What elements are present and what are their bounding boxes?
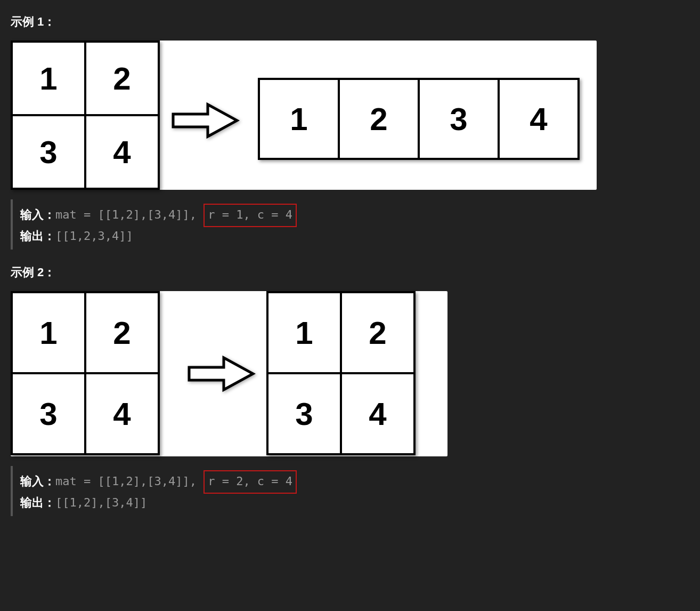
matrix-cell: 4 — [85, 373, 159, 454]
example-1-result-matrix: 1 2 3 4 — [258, 78, 580, 160]
input-highlight-box: r = 2, c = 4 — [204, 470, 297, 494]
matrix-cell: 2 — [341, 292, 414, 373]
matrix-cell: 1 — [267, 292, 341, 373]
matrix-cell: 1 — [259, 79, 339, 159]
output-label: 输出： — [20, 496, 55, 509]
example-2-output-line: 输出：[[1,2],[3,4]] — [20, 494, 689, 512]
example-1-input-line: 输入：mat = [[1,2],[3,4]], r = 1, c = 4 — [20, 204, 689, 227]
input-code: mat = [[1,2],[3,4]], — [55, 208, 204, 221]
arrow-right-icon — [170, 99, 240, 142]
matrix-cell: 3 — [419, 79, 499, 159]
input-highlight-box: r = 1, c = 4 — [204, 204, 297, 227]
example-2-input-line: 输入：mat = [[1,2],[3,4]], r = 2, c = 4 — [20, 470, 689, 494]
matrix-cell: 4 — [85, 115, 159, 189]
matrix-cell: 2 — [85, 292, 159, 373]
example-2-io: 输入：mat = [[1,2],[3,4]], r = 2, c = 4 输出：… — [11, 466, 689, 516]
example-2-title: 示例 2： — [11, 264, 689, 280]
example-2-result-matrix: 1 2 3 4 — [266, 291, 416, 455]
arrow-right-icon — [186, 352, 256, 395]
input-label: 输入： — [20, 208, 55, 221]
example-1-io: 输入：mat = [[1,2],[3,4]], r = 1, c = 4 输出：… — [11, 199, 689, 250]
output-label: 输出： — [20, 229, 55, 243]
matrix-cell: 3 — [12, 115, 85, 189]
matrix-cell: 3 — [12, 373, 85, 454]
output-code: [[1,2],[3,4]] — [55, 496, 147, 509]
matrix-cell: 1 — [12, 42, 85, 115]
example-2-diagram: 1 2 3 4 1 2 3 4 — [11, 291, 447, 456]
matrix-cell: 3 — [267, 373, 341, 454]
example-2-source-matrix: 1 2 3 4 — [11, 291, 160, 455]
output-code: [[1,2,3,4]] — [55, 229, 133, 243]
matrix-cell: 4 — [341, 373, 414, 454]
input-label: 输入： — [20, 475, 55, 488]
matrix-cell: 2 — [339, 79, 419, 159]
example-1-source-matrix: 1 2 3 4 — [11, 41, 160, 190]
matrix-cell: 2 — [85, 42, 159, 115]
matrix-cell: 4 — [499, 79, 579, 159]
example-1-title: 示例 1： — [11, 14, 689, 30]
matrix-cell: 1 — [12, 292, 85, 373]
example-1-output-line: 输出：[[1,2,3,4]] — [20, 227, 689, 245]
input-code: mat = [[1,2],[3,4]], — [55, 475, 204, 488]
example-1-diagram: 1 2 3 4 1 2 3 4 — [11, 41, 597, 190]
